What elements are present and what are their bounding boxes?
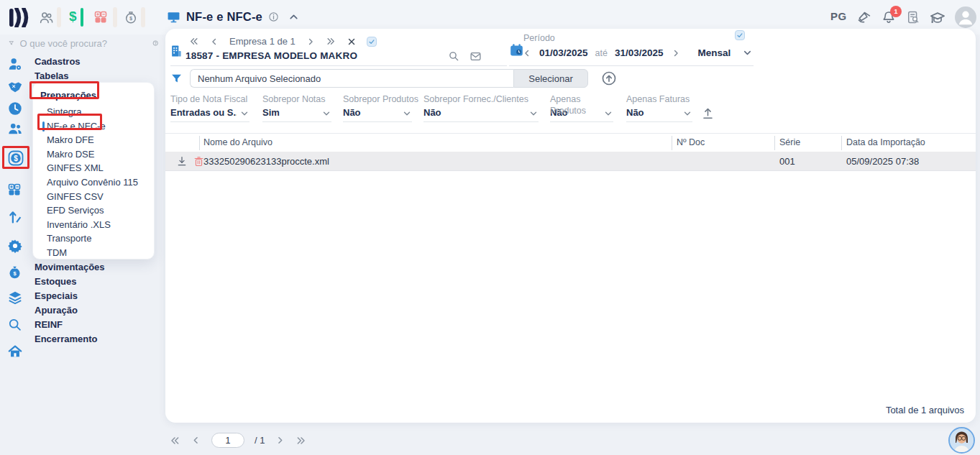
support-chat-avatar[interactable]	[948, 427, 975, 454]
column-n-doc[interactable]: Nº Doc	[677, 137, 705, 147]
money-bag-icon[interactable]	[7, 265, 22, 280]
prev-company-icon[interactable]	[209, 37, 219, 47]
trash-icon[interactable]	[193, 156, 204, 167]
close-icon[interactable]	[347, 37, 357, 47]
home-icon[interactable]	[7, 344, 23, 359]
company-checkbox[interactable]	[367, 37, 377, 47]
submenu-item-nfe-nfce[interactable]: NF-e e NFC-e	[33, 119, 154, 134]
search-input[interactable]	[20, 38, 147, 49]
sidebar-item-encerramento[interactable]: Encerramento	[35, 334, 97, 344]
collapse-chevron-up-icon[interactable]	[288, 11, 300, 23]
help-icon[interactable]	[152, 37, 158, 50]
filter-label: Sobrepor Produtos	[343, 93, 418, 105]
period-end-date[interactable]: 31/03/2025	[615, 47, 664, 58]
sidebar-item-especiais[interactable]: Especiais	[35, 290, 78, 301]
user-settings-icon[interactable]	[7, 56, 23, 72]
prev-page-icon[interactable]	[191, 435, 201, 446]
prev-period-icon[interactable]	[522, 48, 532, 58]
first-page-icon[interactable]	[169, 435, 180, 446]
submenu-item-arquivo-convenio-115[interactable]: Arquivo Convênio 115	[33, 175, 154, 190]
chevron-down-icon[interactable]	[321, 109, 331, 119]
filter-tipo-nota-fiscal[interactable]: Tipo de Nota Fiscal Entradas ou S...	[170, 93, 249, 122]
last-page-icon[interactable]	[296, 435, 307, 446]
chevron-down-icon[interactable]	[402, 109, 412, 119]
submenu-item-transporte[interactable]: Transporte	[33, 231, 154, 246]
chevron-down-icon[interactable]	[682, 109, 692, 119]
filter-apenas-faturas[interactable]: Apenas Faturas Não	[626, 93, 692, 122]
sidebar-item-apuracao[interactable]: Apuração	[35, 305, 78, 316]
calculator-grid-icon[interactable]	[7, 183, 22, 197]
clock-icon[interactable]	[7, 101, 23, 116]
filter-sobrepor-produtos[interactable]: Sobrepor Produtos Não	[343, 93, 412, 122]
period-mode-chevron-down-icon[interactable]	[742, 47, 753, 58]
current-page-input[interactable]: 1	[211, 433, 244, 448]
filter-value: Não	[626, 107, 679, 118]
filter-funnel-icon[interactable]	[9, 37, 14, 49]
document-search-icon[interactable]	[906, 10, 920, 24]
sidebar-item-estoques[interactable]: Estoques	[35, 276, 77, 287]
column-serie[interactable]: Série	[779, 137, 800, 147]
submenu-item-sintegra[interactable]: Sintegra	[33, 105, 154, 119]
graduation-cap-icon[interactable]	[930, 10, 945, 26]
filter-sobrepor-fornec-clientes[interactable]: Sobrepor Fornec./Clientes Não	[423, 93, 539, 122]
submenu-item-ginfes-csv[interactable]: GINFES CSV	[33, 190, 154, 204]
module-separator	[113, 7, 117, 27]
filter-funnel-filled-icon[interactable]	[170, 73, 183, 85]
mail-icon[interactable]	[470, 50, 482, 63]
column-data-importacao[interactable]: Data da Importação	[846, 137, 925, 147]
file-name-input[interactable]	[190, 69, 513, 88]
fiscal-dollar-icon[interactable]	[7, 150, 24, 167]
info-icon[interactable]	[268, 12, 279, 22]
upload-icon[interactable]	[601, 70, 617, 86]
first-company-icon[interactable]	[188, 36, 199, 47]
sidebar-item-reinf[interactable]: REINF	[35, 319, 63, 330]
period-checkbox[interactable]	[735, 30, 745, 40]
column-nome-do-arquivo[interactable]: Nome do Arquivo	[203, 137, 273, 147]
next-page-icon[interactable]	[275, 435, 285, 446]
last-company-icon[interactable]	[326, 36, 336, 47]
filter-apenas-produtos[interactable]: Apenas Produtos Não	[550, 93, 613, 122]
next-period-icon[interactable]	[671, 48, 681, 58]
chevron-down-icon[interactable]	[239, 109, 249, 119]
app-logo[interactable]	[9, 8, 29, 30]
next-company-icon[interactable]	[306, 37, 316, 47]
submenu-item-tdm[interactable]: TDM	[33, 246, 154, 260]
submenu-item-inventario-xls[interactable]: Inventário .XLS	[33, 218, 154, 232]
team-icon[interactable]	[7, 121, 23, 137]
broom-clean-icon[interactable]	[856, 10, 871, 25]
layers-icon[interactable]	[7, 290, 23, 305]
download-icon[interactable]	[176, 155, 188, 167]
period-selector: Período 01/03/2025 até 31/03/2025 Mensal	[509, 30, 754, 66]
period-mode[interactable]: Mensal	[698, 47, 731, 58]
sidebar-item-tabelas[interactable]: Tabelas	[35, 70, 68, 81]
period-start-date[interactable]: 01/03/2025	[539, 47, 588, 58]
search-magnifier-icon[interactable]	[7, 317, 22, 332]
calculator-module-icon[interactable]	[93, 10, 108, 24]
pg-shortcut[interactable]: PG	[830, 10, 847, 22]
filter-sobrepor-notas[interactable]: Sobrepor Notas Sim	[262, 93, 331, 122]
page-title: NF-e e NFC-e	[186, 10, 262, 24]
table-header: Nome do Arquivo Nº Doc Série Data da Imp…	[165, 133, 976, 152]
company-search-icon[interactable]	[448, 50, 459, 62]
submenu-item-ginfes-xml[interactable]: GINFES XML	[33, 161, 154, 175]
user-avatar[interactable]	[955, 6, 976, 28]
submenu-item-makro-dfe[interactable]: Makro DFE	[33, 133, 154, 147]
select-file-button[interactable]: Selecionar	[513, 69, 588, 88]
money-bag-module-icon[interactable]	[124, 10, 138, 24]
sidebar-item-preparacoes[interactable]: Preparações	[33, 86, 154, 105]
sidebar-item-cadastros[interactable]: Cadastros	[35, 56, 81, 67]
submenu-item-efd-servicos[interactable]: EFD Serviços	[33, 203, 154, 218]
fiscal-module-icon[interactable]: $	[69, 9, 77, 24]
export-icon[interactable]	[701, 106, 715, 120]
contacts-icon[interactable]	[39, 10, 54, 25]
sidebar-item-movimentacoes[interactable]: Movimentações	[35, 262, 105, 272]
gear-icon[interactable]	[7, 238, 23, 254]
file-picker-row: Selecionar	[170, 69, 617, 88]
filter-label: Apenas Faturas	[626, 93, 690, 105]
handshake-icon[interactable]	[7, 79, 23, 95]
submenu-item-makro-dse[interactable]: Makro DSE	[33, 147, 154, 162]
table-row[interactable]: 333250290623133proccte.xml 001 05/09/202…	[165, 152, 976, 171]
chevron-down-icon[interactable]	[603, 109, 613, 119]
price-adjust-icon[interactable]	[7, 209, 22, 224]
chevron-down-icon[interactable]	[528, 109, 539, 119]
